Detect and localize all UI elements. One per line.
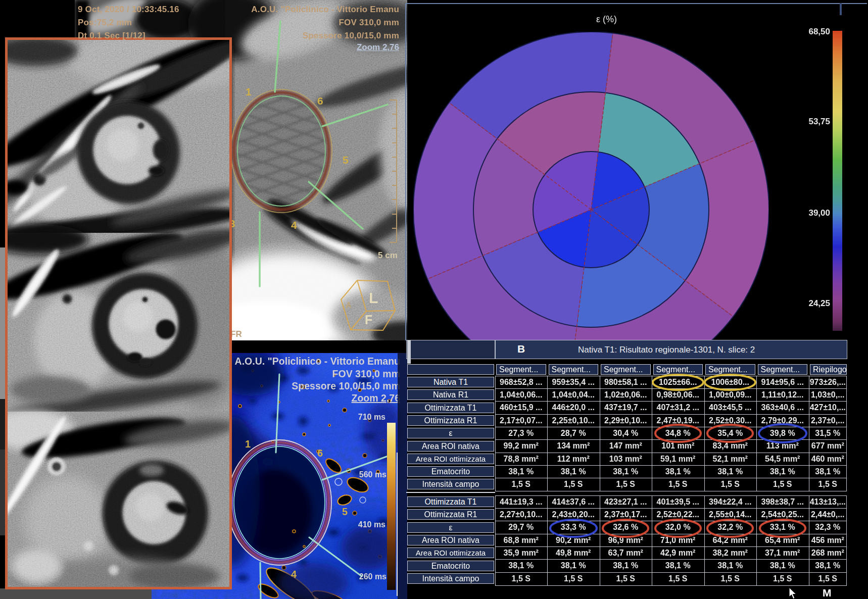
svg-text:260 ms: 260 ms: [359, 572, 387, 581]
svg-text:A: A: [346, 301, 352, 310]
svg-text:6: 6: [317, 447, 323, 459]
svg-text:1: 1: [245, 438, 251, 450]
svg-text:A.O.U. "Policlinico - Vittorio: A.O.U. "Policlinico - Vittorio Emanu: [235, 356, 400, 367]
svg-text:6: 6: [317, 95, 323, 107]
svg-text:5: 5: [342, 506, 348, 517]
svg-text:1: 1: [246, 86, 252, 97]
svg-text:560 ms: 560 ms: [359, 470, 387, 479]
svg-text:FR: FR: [230, 329, 242, 339]
svg-text:4: 4: [291, 569, 297, 580]
svg-text:Spessore 10,0/15,0 mm: Spessore 10,0/15,0 mm: [292, 380, 400, 391]
svg-text:4: 4: [291, 219, 297, 231]
svg-text:L: L: [369, 289, 378, 306]
svg-text:710 ms: 710 ms: [358, 413, 385, 421]
svg-text:Zoom 2,76: Zoom 2,76: [352, 392, 401, 404]
svg-text:5: 5: [343, 154, 349, 166]
svg-text:FOV 310,0 mm: FOV 310,0 mm: [332, 368, 400, 379]
svg-text:410 ms: 410 ms: [358, 520, 385, 529]
svg-text:5 cm: 5 cm: [378, 251, 398, 260]
svg-text:F: F: [365, 313, 372, 327]
